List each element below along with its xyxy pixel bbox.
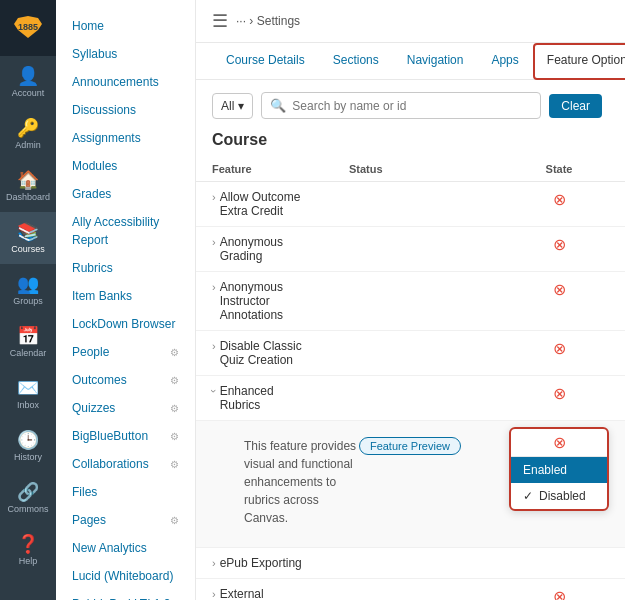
disabled-state-icon: ⊗	[553, 191, 566, 208]
state-cell	[493, 548, 625, 579]
sidebar-item-commons[interactable]: 🔗 Commons	[0, 472, 56, 524]
expanded-detail-cell: This feature provides visual and functio…	[196, 421, 493, 548]
table-row[interactable]: › ePub Exporting	[196, 548, 625, 579]
nav-announcements[interactable]: Announcements	[56, 68, 195, 96]
sidebar-item-history[interactable]: 🕒 History	[0, 420, 56, 472]
feature-cell: › Disable Classic Quiz Creation	[196, 331, 333, 376]
sidebar-item-admin-label: Admin	[15, 140, 41, 150]
breadcrumb-prefix: ···	[236, 14, 246, 28]
tab-sections[interactable]: Sections	[319, 43, 393, 79]
nav-ally[interactable]: Ally Accessibility Report	[56, 208, 195, 254]
sidebar-item-groups[interactable]: 👥 Groups	[0, 264, 56, 316]
dropdown-header: ⊗	[511, 429, 607, 457]
nav-pages[interactable]: Pages ⚙	[56, 506, 195, 534]
table-row[interactable]: › External Collaborations Tool ⊗	[196, 579, 625, 601]
feature-name-label: Disable Classic Quiz Creation	[220, 339, 317, 367]
hamburger-icon[interactable]: ☰	[212, 10, 228, 32]
tab-navigation[interactable]: Navigation	[393, 43, 478, 79]
dropdown-disabled-icon: ⊗	[553, 433, 566, 452]
nav-bigbluebutton[interactable]: BigBlueButton ⚙	[56, 422, 195, 450]
clear-button[interactable]: Clear	[549, 94, 602, 118]
state-cell: ⊗	[493, 331, 625, 376]
feature-cell: › Anonymous Grading	[196, 227, 333, 272]
feature-cell: › Allow Outcome Extra Credit	[196, 182, 333, 227]
nav-new-analytics[interactable]: New Analytics	[56, 534, 195, 562]
feature-name-label: External Collaborations Tool	[220, 587, 317, 600]
expanded-state-cell: ⊗ Enabled ✓ Disabled	[493, 421, 625, 548]
nav-outcomes[interactable]: Outcomes ⚙	[56, 366, 195, 394]
search-icon: 🔍	[270, 98, 286, 113]
state-dropdown-container: ⊗ Enabled ✓ Disabled	[509, 427, 609, 511]
settings-tabs: Course Details Sections Navigation Apps …	[196, 43, 625, 80]
nav-lucid[interactable]: Lucid (Whiteboard)	[56, 562, 195, 590]
table-row[interactable]: › Anonymous Grading ⊗	[196, 227, 625, 272]
chevron-right-icon: ›	[212, 340, 216, 352]
search-input[interactable]	[292, 99, 532, 113]
sidebar-item-back[interactable]: ←	[0, 576, 56, 600]
calendar-icon: 📅	[17, 327, 39, 345]
tab-apps[interactable]: Apps	[477, 43, 532, 79]
feature-name-label: ePub Exporting	[220, 556, 302, 570]
expanded-inner: This feature provides visual and functio…	[212, 429, 477, 539]
breadcrumb-separator: ›	[249, 14, 256, 28]
nav-pebblepad[interactable]: PebblePad LTI 1.3	[56, 590, 195, 600]
feature-row-expanded[interactable]: › Enhanced Rubrics ⊗	[196, 376, 625, 421]
state-dropdown: ⊗ Enabled ✓ Disabled	[509, 427, 609, 511]
nav-item-banks[interactable]: Item Banks	[56, 282, 195, 310]
chevron-right-icon: ›	[212, 191, 216, 203]
sidebar-item-account-label: Account	[12, 88, 45, 98]
status-cell	[333, 227, 493, 272]
sidebar: 1885 👤 Account 🔑 Admin 🏠 Dashboard 📚 Cou…	[0, 0, 56, 600]
dropdown-opt-disabled[interactable]: ✓ Disabled	[511, 483, 607, 509]
table-row[interactable]: › Disable Classic Quiz Creation ⊗	[196, 331, 625, 376]
nav-quizzes[interactable]: Quizzes ⚙	[56, 394, 195, 422]
sidebar-item-inbox[interactable]: ✉️ Inbox	[0, 368, 56, 420]
nav-grades[interactable]: Grades	[56, 180, 195, 208]
status-cell	[333, 548, 493, 579]
tab-course-details[interactable]: Course Details	[212, 43, 319, 79]
nav-assignments[interactable]: Assignments	[56, 124, 195, 152]
sidebar-logo: 1885	[0, 0, 56, 56]
filter-select[interactable]: All ▾	[212, 93, 253, 119]
inbox-icon: ✉️	[17, 379, 39, 397]
sidebar-item-courses[interactable]: 📚 Courses	[0, 212, 56, 264]
sidebar-item-history-label: History	[14, 452, 42, 462]
help-icon: ❓	[17, 535, 39, 553]
svg-text:1885: 1885	[18, 22, 38, 32]
sidebar-item-dashboard-label: Dashboard	[6, 192, 50, 202]
table-row[interactable]: › Anonymous Instructor Annotations ⊗	[196, 272, 625, 331]
nav-collaborations[interactable]: Collaborations ⚙	[56, 450, 195, 478]
dropdown-opt-enabled[interactable]: Enabled	[511, 457, 607, 483]
feature-name-label: Anonymous Instructor Annotations	[220, 280, 317, 322]
feature-name-label: Enhanced Rubrics	[220, 384, 317, 412]
nav-syllabus[interactable]: Syllabus	[56, 40, 195, 68]
main-content: ☰ ··· › Settings Course Details Sections…	[196, 0, 625, 600]
nav-files[interactable]: Files	[56, 478, 195, 506]
sidebar-item-help[interactable]: ❓ Help	[0, 524, 56, 576]
sidebar-item-courses-label: Courses	[11, 244, 45, 254]
sidebar-item-dashboard[interactable]: 🏠 Dashboard	[0, 160, 56, 212]
disabled-state-icon: ⊗	[553, 588, 566, 600]
status-cell	[333, 376, 493, 421]
feature-table: Feature Status State › Allow Outcome Ext…	[196, 157, 625, 600]
feature-preview-badge: Feature Preview	[359, 437, 461, 455]
history-icon: 🕒	[17, 431, 39, 449]
nav-discussions[interactable]: Discussions	[56, 96, 195, 124]
sidebar-item-calendar[interactable]: 📅 Calendar	[0, 316, 56, 368]
nav-people[interactable]: People ⚙	[56, 338, 195, 366]
left-nav: Home Syllabus Announcements Discussions …	[56, 0, 196, 600]
breadcrumb: ··· › Settings	[236, 14, 300, 28]
disabled-state-icon: ⊗	[553, 281, 566, 298]
state-cell: ⊗	[493, 272, 625, 331]
sidebar-item-account[interactable]: 👤 Account	[0, 56, 56, 108]
sidebar-item-admin[interactable]: 🔑 Admin	[0, 108, 56, 160]
state-cell: ⊗	[493, 227, 625, 272]
chevron-right-icon: ›	[212, 557, 216, 569]
nav-rubrics[interactable]: Rubrics	[56, 254, 195, 282]
nav-home[interactable]: Home	[56, 12, 195, 40]
tab-feature-options[interactable]: Feature Options	[533, 43, 625, 80]
nav-lockdown[interactable]: LockDown Browser	[56, 310, 195, 338]
nav-modules[interactable]: Modules	[56, 152, 195, 180]
table-row[interactable]: › Allow Outcome Extra Credit ⊗	[196, 182, 625, 227]
feature-cell: › Enhanced Rubrics	[196, 376, 333, 421]
